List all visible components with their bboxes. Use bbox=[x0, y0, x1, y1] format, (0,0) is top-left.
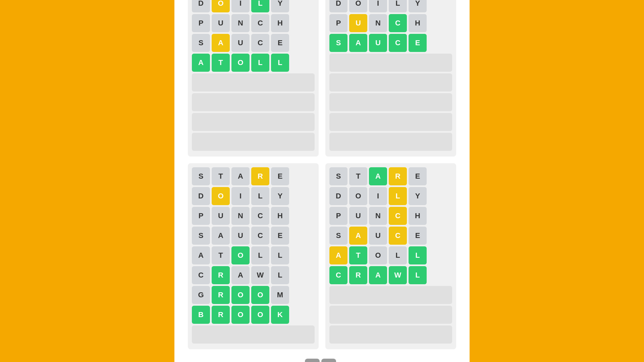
empty-row bbox=[329, 286, 452, 304]
score-badge-container-1: 5 4 bbox=[305, 359, 336, 362]
grid-cell: Y bbox=[409, 0, 427, 12]
grid-cell: U bbox=[349, 207, 367, 225]
grid-cell: P bbox=[192, 207, 210, 225]
grid-cell: U bbox=[231, 227, 250, 245]
word-row: DOILY bbox=[192, 0, 315, 12]
grid-cell: D bbox=[329, 0, 347, 12]
grid-cell: L bbox=[251, 0, 269, 12]
grid-cell: E bbox=[409, 167, 427, 185]
grid-cell: U bbox=[369, 34, 387, 52]
grid-cell: B bbox=[192, 306, 210, 324]
grid-cell: U bbox=[369, 227, 387, 245]
grid-cell: O bbox=[231, 306, 250, 324]
grid-cell: N bbox=[231, 14, 250, 32]
grid-cell: L bbox=[251, 246, 269, 264]
grid-cell: P bbox=[329, 14, 347, 32]
grid-cell: S bbox=[329, 34, 347, 52]
empty-row bbox=[329, 113, 452, 131]
grid-cell: S bbox=[192, 227, 210, 245]
grid-cell: U bbox=[212, 14, 230, 32]
grid-cell: L bbox=[389, 246, 407, 264]
word-row: DOILY bbox=[329, 0, 452, 12]
empty-row bbox=[329, 133, 452, 151]
grid-cell: O bbox=[212, 0, 230, 12]
word-row: GROOM bbox=[192, 286, 315, 304]
word-row: ATOLL bbox=[329, 246, 452, 264]
word-row: SAUCE bbox=[192, 227, 315, 245]
grid-cell: H bbox=[271, 14, 289, 32]
grid-cell: A bbox=[231, 167, 250, 185]
grid-cell: E bbox=[271, 34, 289, 52]
grid-cell: U bbox=[212, 207, 230, 225]
grid-cell: C bbox=[251, 34, 269, 52]
footer-word-atoll[interactable]: ATOLL bbox=[263, 360, 299, 362]
grid-cell: A bbox=[369, 266, 387, 284]
grid-cell: N bbox=[369, 14, 387, 32]
grid-cell: C bbox=[251, 207, 269, 225]
grid-cell: O bbox=[251, 286, 269, 304]
footer-word-sauce[interactable]: SAUCE bbox=[342, 360, 381, 362]
grid-cell: T bbox=[212, 54, 230, 72]
grid-cell: W bbox=[251, 266, 269, 284]
grid-cell: A bbox=[212, 227, 230, 245]
word-row: ATOLL bbox=[192, 246, 315, 264]
grid-cell: L bbox=[251, 54, 269, 72]
grid-cell: C bbox=[192, 266, 210, 284]
footer-row-1: ATOLL 5 4 SAUCE bbox=[263, 359, 382, 362]
empty-row bbox=[329, 306, 452, 324]
grid-cell: Y bbox=[271, 187, 289, 205]
grid-cell: E bbox=[409, 34, 427, 52]
grid-cell: L bbox=[271, 54, 289, 72]
word-row: PUNCH bbox=[192, 207, 315, 225]
empty-row bbox=[329, 93, 452, 111]
word-row: CRAWL bbox=[192, 266, 315, 284]
grid-cell: C bbox=[389, 207, 407, 225]
grid-cell: I bbox=[231, 187, 250, 205]
word-row: CRAWL bbox=[329, 266, 452, 284]
grid-cell: O bbox=[251, 306, 269, 324]
grid-cell: A bbox=[231, 266, 250, 284]
grid-cell: L bbox=[409, 266, 427, 284]
word-row: STARE bbox=[329, 167, 452, 185]
grid-cell: D bbox=[192, 187, 210, 205]
grid-cell: C bbox=[389, 34, 407, 52]
word-row: BROOK bbox=[192, 306, 315, 324]
grid-cell: L bbox=[409, 246, 427, 264]
grid-cell: R bbox=[212, 266, 230, 284]
word-row: PUNCH bbox=[192, 14, 315, 32]
grid-cell: C bbox=[389, 227, 407, 245]
grid-cell: A bbox=[329, 246, 347, 264]
empty-row bbox=[192, 73, 315, 92]
grid-cell: I bbox=[369, 0, 387, 12]
grid-cell: U bbox=[231, 34, 250, 52]
grid-cell: C bbox=[389, 14, 407, 32]
grid-cell: T bbox=[349, 167, 367, 185]
grid-cell: O bbox=[349, 0, 367, 12]
grid-cell: R bbox=[349, 266, 367, 284]
word-row: STARE bbox=[192, 167, 315, 185]
grid-cell: L bbox=[389, 187, 407, 205]
grid-cell: T bbox=[349, 246, 367, 264]
grid-cell: T bbox=[212, 167, 230, 185]
score-badge-5: 5 bbox=[305, 359, 320, 362]
grid-cell: Y bbox=[271, 0, 289, 12]
grid-cell: E bbox=[271, 227, 289, 245]
grid-cell: D bbox=[329, 187, 347, 205]
grid-cell: K bbox=[271, 306, 289, 324]
grid-cell: M bbox=[271, 286, 289, 304]
grid-cell: S bbox=[329, 227, 347, 245]
grid-cell: O bbox=[231, 246, 250, 264]
empty-row bbox=[329, 325, 452, 344]
grid-cell: W bbox=[389, 266, 407, 284]
empty-row bbox=[329, 54, 452, 72]
grid-cell: R bbox=[212, 286, 230, 304]
grid-cell: L bbox=[271, 266, 289, 284]
empty-row bbox=[192, 93, 315, 111]
grid-cell: I bbox=[231, 0, 250, 12]
grid-top-right: STAREDOILYPUNCHSAUCE bbox=[325, 0, 456, 157]
grid-cell: Y bbox=[409, 187, 427, 205]
grid-cell: R bbox=[389, 167, 407, 185]
grid-cell: S bbox=[329, 167, 347, 185]
grid-bottom-right: STAREDOILYPUNCHSAUCEATOLLCRAWL bbox=[325, 163, 456, 349]
grid-cell: O bbox=[231, 54, 250, 72]
